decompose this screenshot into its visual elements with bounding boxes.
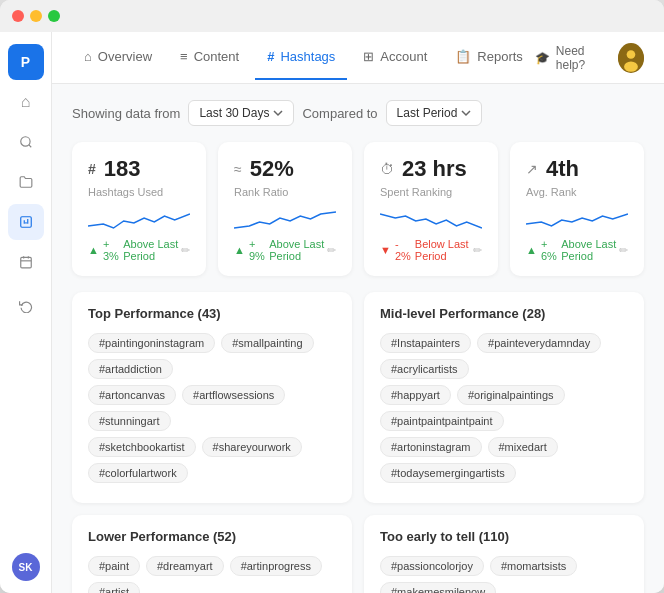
calendar-icon[interactable] — [8, 244, 44, 280]
search-icon[interactable] — [8, 124, 44, 160]
hashtag-stat-icon: # — [88, 161, 96, 177]
hashtag-tag[interactable]: #artoninstagram — [380, 437, 482, 457]
avg-rank-value: 4th — [546, 156, 579, 182]
hashtag-tag[interactable]: #todaysemergingartists — [380, 463, 516, 483]
hashtag-tag[interactable]: #artaddiction — [88, 359, 173, 379]
overview-icon: ⌂ — [84, 49, 92, 64]
hashtag-tag[interactable]: #makemesmilenow — [380, 582, 496, 593]
help-icon: 🎓 — [535, 51, 550, 65]
hashtag-tag[interactable]: #artinprogress — [230, 556, 322, 576]
mid-performance-row-3: #artoninstagram #mixedart #todaysemergin… — [380, 437, 628, 483]
rank-ratio-change: ▲ + 9% Above Last Period — [234, 238, 327, 262]
titlebar — [0, 0, 664, 32]
help-button[interactable]: 🎓 Need help? — [535, 44, 606, 72]
hashtag-tag[interactable]: #stunningart — [88, 411, 171, 431]
stat-edit-icon-0[interactable]: ✏ — [181, 244, 190, 257]
user-avatar-nav[interactable] — [618, 43, 644, 73]
tab-overview[interactable]: ⌂ Overview — [72, 35, 164, 80]
lower-performance-section: Lower Performance (52) #paint #dreamyart… — [72, 515, 352, 593]
hashtags-used-chart — [88, 206, 190, 234]
hashtag-tag[interactable]: #shareyourwork — [202, 437, 302, 457]
refresh-icon[interactable] — [8, 288, 44, 324]
early-tell-section: Too early to tell (110) #passioncolorjoy… — [364, 515, 644, 593]
date-range-dropdown[interactable]: Last 30 Days — [188, 100, 294, 126]
svg-point-11 — [627, 50, 636, 59]
hashtag-tag[interactable]: #originalpaintings — [457, 385, 565, 405]
rank-ratio-stat-icon: ≈ — [234, 161, 242, 177]
stat-edit-icon-2[interactable]: ✏ — [473, 244, 482, 257]
spent-ranking-change: ▼ - 2% Below Last Period — [380, 238, 473, 262]
brand-icon[interactable]: P — [8, 44, 44, 80]
spent-ranking-value: 23 hrs — [402, 156, 467, 182]
stat-edit-icon-3[interactable]: ✏ — [619, 244, 628, 257]
hashtag-tag[interactable]: #painteverydamnday — [477, 333, 601, 353]
showing-label: Showing data from — [72, 106, 180, 121]
close-button[interactable] — [12, 10, 24, 22]
analytics-icon[interactable] — [8, 204, 44, 240]
hashtags-used-label: Hashtags Used — [88, 186, 190, 198]
mid-performance-section: Mid-level Performance (28) #Instapainter… — [364, 292, 644, 503]
stat-card-hashtags-used: # 183 Hashtags Used ▲ + 3% Above Last Pe… — [72, 142, 206, 276]
reports-icon: 📋 — [455, 49, 471, 64]
mid-performance-row-2: #happyart #originalpaintings #paintpaint… — [380, 385, 628, 431]
hashtag-tag[interactable]: #paintingoninstagram — [88, 333, 215, 353]
hashtag-tag[interactable]: #artoncanvas — [88, 385, 176, 405]
hashtag-tag[interactable]: #Instapainters — [380, 333, 471, 353]
hashtag-tag[interactable]: #acrylicartists — [380, 359, 469, 379]
hashtag-icon: # — [267, 49, 274, 64]
minimize-button[interactable] — [30, 10, 42, 22]
avg-rank-change: ▲ + 6% Above Last Period — [526, 238, 619, 262]
avg-rank-chart — [526, 206, 628, 234]
home-icon[interactable]: ⌂ — [8, 84, 44, 120]
hashtag-tag[interactable]: #artflowsessions — [182, 385, 285, 405]
stat-edit-icon-1[interactable]: ✏ — [327, 244, 336, 257]
date-range-value: Last 30 Days — [199, 106, 269, 120]
folder-icon[interactable] — [8, 164, 44, 200]
top-performance-section: Top Performance (43) #paintingoninstagra… — [72, 292, 352, 503]
hashtag-tag[interactable]: #passioncolorjoy — [380, 556, 484, 576]
top-performance-row-3: #sketchbookartist #shareyourwork #colorf… — [88, 437, 336, 483]
svg-point-12 — [624, 61, 638, 71]
hashtag-tag[interactable]: #paint — [88, 556, 140, 576]
spent-ranking-label: Spent Ranking — [380, 186, 482, 198]
hashtag-tag[interactable]: #colorfulartwork — [88, 463, 188, 483]
early-tell-row-1: #passioncolorjoy #momartsists #makemesmi… — [380, 556, 628, 593]
maximize-button[interactable] — [48, 10, 60, 22]
app-window: P ⌂ SK ⌂ — [0, 0, 664, 593]
hashtag-tag[interactable]: #smallpainting — [221, 333, 313, 353]
tab-account[interactable]: ⊞ Account — [351, 35, 439, 80]
hashtag-tag[interactable]: #mixedart — [488, 437, 558, 457]
stat-card-rank-ratio: ≈ 52% Rank Ratio ▲ + 9% Above Last Perio… — [218, 142, 352, 276]
hashtag-tag[interactable]: #artist — [88, 582, 140, 593]
performance-grid: Top Performance (43) #paintingoninstagra… — [72, 292, 644, 593]
top-performance-row-1: #paintingoninstagram #smallpainting #art… — [88, 333, 336, 379]
hashtag-tag[interactable]: #sketchbookartist — [88, 437, 196, 457]
avg-rank-stat-icon: ↗ — [526, 161, 538, 177]
lower-performance-row-1: #paint #dreamyart #artinprogress #artist — [88, 556, 336, 593]
top-performance-row-2: #artoncanvas #artflowsessions #stunninga… — [88, 385, 336, 431]
hashtag-tag[interactable]: #paintpaintpaintpaint — [380, 411, 504, 431]
rank-ratio-label: Rank Ratio — [234, 186, 336, 198]
compare-period-dropdown[interactable]: Last Period — [386, 100, 483, 126]
nav-tabs: ⌂ Overview ≡ Content # Hashtags ⊞ Accoun… — [72, 35, 535, 80]
spent-ranking-stat-icon: ⏱ — [380, 161, 394, 177]
stat-card-spent-ranking: ⏱ 23 hrs Spent Ranking ▼ - 2% Below Last… — [364, 142, 498, 276]
compare-period-value: Last Period — [397, 106, 458, 120]
tab-content[interactable]: ≡ Content — [168, 35, 251, 80]
mid-performance-title: Mid-level Performance (28) — [380, 306, 628, 321]
hashtag-tag[interactable]: #happyart — [380, 385, 451, 405]
filter-bar: Showing data from Last 30 Days Compared … — [72, 100, 644, 126]
early-tell-title: Too early to tell (110) — [380, 529, 628, 544]
hashtag-tag[interactable]: #dreamyart — [146, 556, 224, 576]
account-icon: ⊞ — [363, 49, 374, 64]
svg-point-0 — [20, 137, 29, 146]
mid-performance-row-1: #Instapainters #painteverydamnday #acryl… — [380, 333, 628, 379]
tab-reports[interactable]: 📋 Reports — [443, 35, 535, 80]
hashtag-tag[interactable]: #momartsists — [490, 556, 577, 576]
svg-line-1 — [28, 145, 31, 148]
hashtags-used-value: 183 — [104, 156, 141, 182]
svg-rect-6 — [20, 257, 31, 268]
hashtags-used-change: ▲ + 3% Above Last Period — [88, 238, 181, 262]
tab-hashtags[interactable]: # Hashtags — [255, 35, 347, 80]
user-avatar-sidebar[interactable]: SK — [12, 553, 40, 581]
